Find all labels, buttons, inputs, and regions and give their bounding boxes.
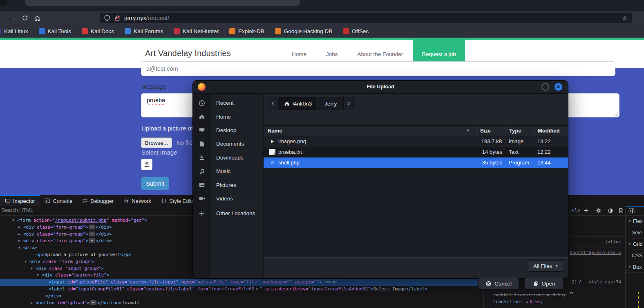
grid-highlight-icon[interactable] (571, 279, 576, 284)
expand-arrow[interactable]: ▶ (526, 300, 528, 304)
bookmark-item[interactable]: Google Hacking DB (275, 28, 333, 34)
file-table-header[interactable]: ▼ NameSizeTypeModified (264, 126, 568, 136)
layout-section-flex[interactable]: ▼Flex (626, 216, 644, 227)
open-label: Open (541, 281, 555, 287)
sidebar-item-pictures[interactable]: Pictures (193, 178, 264, 191)
breadcrumb-current[interactable]: Jerry (318, 97, 344, 110)
event-badge[interactable]: event (123, 300, 139, 305)
markup-line[interactable]: <input id="uploadFile" class="custom-fil… (0, 279, 483, 286)
devtools-tab-debugger[interactable]: Debugger (77, 195, 119, 206)
dark-mode-icon[interactable] (608, 208, 613, 214)
forward-button[interactable]: → (7, 13, 19, 23)
sidebar-item-desktop[interactable]: Desktop (193, 124, 264, 137)
back-button[interactable]: ← (0, 13, 7, 23)
column-divider[interactable] (565, 126, 565, 136)
devtools-tab-inspector[interactable]: Inspector (0, 195, 40, 206)
css-declaration[interactable]: transition: ▶0.5s; (493, 298, 543, 305)
breadcrumb-back-button[interactable] (268, 97, 278, 110)
toggle-classes-button[interactable]: .cls (569, 207, 580, 213)
layout-section-box[interactable]: ▼Box (626, 261, 644, 273)
expand-badge[interactable]: ⋯ (89, 232, 95, 236)
upload-button[interactable] (141, 159, 152, 170)
property-value: 0.5s (530, 299, 541, 304)
browser-active-tab[interactable] (25, 0, 300, 6)
home-button[interactable] (31, 13, 43, 23)
bookmark-item[interactable]: Kali Docs (82, 28, 114, 34)
light-mode-icon[interactable] (596, 208, 602, 214)
minimize-button[interactable] (541, 83, 549, 91)
expand-arrow[interactable]: ▶ (31, 300, 36, 307)
stylesheet-link[interactable]: style.css:74 (589, 279, 621, 285)
column-header-type[interactable]: Type (509, 128, 521, 134)
url-bar[interactable]: jerry.nyx/request/ ☆ (100, 13, 632, 23)
file-type-filter[interactable]: All Files▼ (529, 260, 563, 272)
layout-section-css[interactable]: CSS (626, 250, 644, 261)
breadcrumb-home[interactable]: l4nk0n3 (278, 97, 318, 110)
expand-arrow[interactable]: ▶ (18, 224, 23, 231)
bookmark-star-icon[interactable]: ☆ (622, 14, 628, 22)
submit-button[interactable]: Submit (141, 177, 169, 190)
file-row[interactable]: shell.php35 bytesProgram13:44 (264, 157, 568, 168)
markup-line[interactable]: ▶<button id="upload">⋯</button>event (0, 300, 483, 307)
layout-section-grid[interactable]: ▼Grid (626, 238, 644, 250)
sidebar-item-recent[interactable]: Recent (193, 96, 264, 110)
browser-toolbar: ← → jerry.nyx/request/ ☆ (0, 11, 644, 25)
expand-arrow[interactable]: ▼ (37, 272, 42, 279)
filter-icon[interactable] (569, 292, 574, 297)
bookmark-item[interactable]: OffSec (343, 28, 369, 34)
print-media-icon[interactable] (618, 208, 624, 214)
sidebar-item-other-locations[interactable]: Other Locations (193, 207, 264, 220)
resize-handle[interactable] (614, 112, 618, 116)
event-badge[interactable]: event (324, 279, 339, 284)
file-row[interactable]: prueba.txt14 bytesText12:22 (264, 147, 568, 157)
column-header-name[interactable]: Name (268, 128, 282, 134)
expand-arrow[interactable]: ▼ (18, 245, 23, 252)
markup-line[interactable]: </div> (0, 293, 483, 300)
bookmark-item[interactable]: Kali Linux (0, 28, 28, 34)
add-rule-icon[interactable] (584, 208, 589, 213)
column-divider[interactable] (534, 126, 534, 136)
search-html-input[interactable] (0, 206, 167, 215)
bookmark-item[interactable]: Kali Tools (39, 28, 72, 34)
layout-section-label: CSS (632, 253, 642, 259)
shield-icon[interactable] (104, 15, 110, 21)
reload-button[interactable] (19, 13, 31, 23)
sidebar-item-downloads[interactable]: Downloads (193, 151, 264, 164)
sidebar-toggle-icon[interactable] (628, 208, 635, 214)
devtools-tab-network[interactable]: Network (119, 195, 156, 206)
sidebar-item-music[interactable]: Music (193, 164, 264, 178)
sidebar-item-home[interactable]: Home (193, 110, 264, 123)
file-row[interactable]: imagen.png193.7 kBImage13:22 (264, 136, 568, 147)
stylesheet-link[interactable]: bootstrap.min.css:5 (570, 250, 621, 255)
bookmark-item[interactable]: Kali Forums (125, 28, 163, 34)
insecure-lock-icon[interactable] (114, 15, 121, 21)
close-button[interactable]: ✕ (555, 83, 562, 91)
expand-arrow[interactable]: ▼ (25, 259, 29, 265)
open-button[interactable]: Open (525, 278, 563, 290)
cancel-button[interactable]: Cancel (478, 278, 519, 290)
bookmark-item[interactable]: Exploit-DB (229, 28, 264, 34)
sidebar-item-videos[interactable]: Videos (193, 192, 264, 205)
column-header-size[interactable]: Size (480, 128, 491, 134)
expand-badge[interactable]: ⋯ (90, 300, 96, 305)
expand-badge[interactable]: ⋯ (89, 238, 95, 243)
expand-arrow[interactable]: ▶ (18, 231, 23, 238)
sidebar-items: RecentHomeDesktopDocumentsDownloadsMusic… (193, 96, 264, 220)
email-field[interactable] (141, 61, 615, 76)
expand-arrow[interactable]: ▼ (31, 265, 36, 272)
breadcrumb-forward-button[interactable] (344, 97, 353, 110)
bookmark-item[interactable]: Kali NetHunter (174, 28, 219, 34)
devtools-tab-console[interactable]: Console (40, 195, 77, 206)
dialog-titlebar[interactable]: File Upload ✕ (193, 81, 568, 94)
layout-section-sele[interactable]: Sele (626, 227, 644, 238)
expand-arrow[interactable]: ▼ (12, 217, 17, 224)
expand-badge[interactable]: ⋯ (89, 225, 95, 229)
markup-line[interactable]: <label id="inputGroupFile01" class="cust… (0, 286, 483, 293)
column-divider[interactable] (505, 126, 506, 136)
column-divider[interactable] (476, 126, 477, 136)
column-header-modified[interactable]: Modified (538, 128, 559, 134)
css-declaration[interactable]: -webkit-transition: ▶ 0.5s; (493, 291, 566, 298)
browse-button[interactable]: Browse... (141, 137, 172, 148)
sidebar-item-documents[interactable]: Documents (193, 137, 264, 151)
expand-arrow[interactable]: ▶ (18, 238, 23, 245)
